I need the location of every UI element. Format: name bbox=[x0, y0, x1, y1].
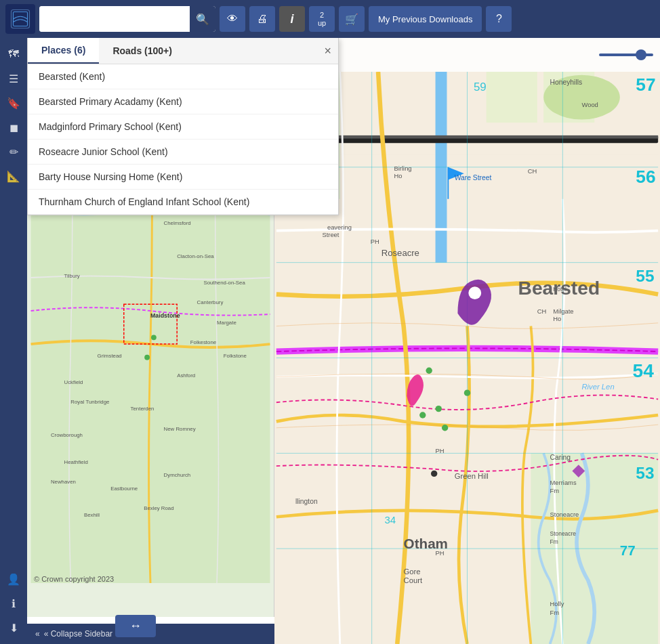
svg-text:54: 54 bbox=[633, 360, 655, 381]
sidebar-item-edit[interactable]: ✏ bbox=[3, 141, 24, 163]
cart-button[interactable]: 🛒 bbox=[339, 6, 365, 32]
svg-rect-0 bbox=[12, 10, 30, 28]
search-result-0[interactable]: Bearsted (Kent) bbox=[28, 64, 338, 89]
svg-text:Honeyhills: Honeyhills bbox=[550, 79, 583, 86]
svg-point-48 bbox=[468, 286, 481, 299]
svg-point-4 bbox=[151, 335, 157, 340]
sidebar-item-layers[interactable]: ☰ bbox=[3, 68, 24, 89]
svg-text:Dymchurch: Dymchurch bbox=[164, 472, 191, 478]
svg-rect-32 bbox=[487, 72, 537, 123]
search-result-3[interactable]: Roseacre Junior School (Kent) bbox=[28, 139, 338, 165]
svg-text:Clacton-on-Sea: Clacton-on-Sea bbox=[177, 253, 214, 259]
dropdown-close-button[interactable]: × bbox=[324, 44, 331, 58]
info-button[interactable]: i bbox=[279, 6, 305, 32]
sidebar-item-map[interactable]: 🗺 bbox=[3, 43, 24, 65]
tab-roads[interactable]: Roads (100+) bbox=[99, 38, 186, 64]
result-text-4: Barty House Nursing Home (Kent) bbox=[39, 171, 182, 182]
prev-downloads-label: My Previous Downloads bbox=[378, 14, 472, 24]
svg-text:Fm: Fm bbox=[550, 538, 558, 545]
svg-text:Milgate: Milgate bbox=[553, 308, 573, 315]
svg-point-54 bbox=[431, 471, 437, 477]
svg-text:Folkstone: Folkstone bbox=[224, 353, 247, 359]
svg-text:Bexhill: Bexhill bbox=[84, 512, 100, 518]
view-button[interactable]: 👁 bbox=[220, 6, 245, 32]
arrow-icon: ↔ bbox=[129, 619, 142, 632]
close-icon: × bbox=[324, 44, 331, 58]
map-arrow-button[interactable]: ↔ bbox=[115, 615, 156, 637]
svg-text:eavering: eavering bbox=[327, 224, 352, 231]
help-icon: ? bbox=[496, 13, 502, 25]
sidebar-item-info[interactable]: ℹ bbox=[3, 593, 24, 614]
svg-text:Stoneacre: Stoneacre bbox=[550, 511, 579, 518]
svg-text:Tilbury: Tilbury bbox=[64, 273, 80, 279]
svg-text:55: 55 bbox=[636, 267, 654, 285]
svg-text:Heathfield: Heathfield bbox=[64, 459, 88, 465]
sidebar-item-download[interactable]: ⬇ bbox=[3, 617, 24, 639]
svg-text:River Len: River Len bbox=[582, 383, 615, 391]
svg-text:llington: llington bbox=[295, 498, 318, 505]
svg-text:Stoneacre: Stoneacre bbox=[550, 530, 577, 537]
dropdown-tabs: Places (6) Roads (100+) × bbox=[28, 38, 338, 64]
cart-icon: 🛒 bbox=[345, 13, 358, 26]
search-input[interactable]: Bearsted bbox=[39, 6, 190, 32]
map-wrapper: LONDON Tilbury Clacton-on-Sea Chelmsford… bbox=[27, 38, 660, 644]
sidebar-item-measure[interactable]: 📐 bbox=[3, 165, 24, 187]
svg-text:Ware Street: Ware Street bbox=[455, 174, 492, 181]
svg-text:CH: CH bbox=[537, 308, 547, 315]
svg-text:Tenterden: Tenterden bbox=[131, 406, 154, 412]
svg-point-53 bbox=[419, 412, 426, 418]
collapse-label: « Collapse Sidebar bbox=[44, 629, 112, 639]
map-opacity-slider[interactable] bbox=[599, 53, 653, 56]
svg-text:Street: Street bbox=[322, 232, 339, 238]
svg-text:56: 56 bbox=[636, 167, 655, 187]
tab-places[interactable]: Places (6) bbox=[28, 38, 99, 64]
search-result-1[interactable]: Bearsted Primary Acadamy (Kent) bbox=[28, 89, 338, 114]
svg-text:Royal Tunbridge: Royal Tunbridge bbox=[70, 399, 109, 405]
main-content: 🗺 ☰ 🔖 ◼ ✏ 📐 👤 ℹ ⬇ bbox=[0, 38, 660, 644]
svg-text:Ho: Ho bbox=[394, 173, 403, 179]
svg-text:PH: PH bbox=[436, 550, 445, 557]
search-result-4[interactable]: Barty House Nursing Home (Kent) bbox=[28, 165, 338, 190]
svg-text:Canterbury: Canterbury bbox=[197, 299, 224, 305]
result-text-3: Roseacre Junior School (Kent) bbox=[39, 146, 168, 157]
sidebar-item-layers2[interactable]: ◼ bbox=[3, 116, 24, 138]
svg-point-51 bbox=[464, 389, 470, 395]
svg-text:Newhaven: Newhaven bbox=[51, 479, 76, 485]
svg-text:CH: CH bbox=[528, 168, 537, 175]
svg-text:PH: PH bbox=[371, 238, 379, 245]
sidebar: 🗺 ☰ 🔖 ◼ ✏ 📐 👤 ℹ ⬇ bbox=[0, 38, 27, 644]
svg-point-50 bbox=[436, 406, 442, 412]
svg-text:Bexley Road: Bexley Road bbox=[144, 505, 173, 511]
search-result-2[interactable]: Madginford Primary School (Kent) bbox=[28, 114, 338, 139]
svg-point-5 bbox=[144, 355, 150, 360]
result-text-0: Bearsted (Kent) bbox=[39, 71, 105, 82]
svg-text:Southend-on-Sea: Southend-on-Sea bbox=[203, 280, 245, 286]
print-button[interactable]: 🖨 bbox=[249, 6, 275, 32]
search-button[interactable]: 🔍 bbox=[190, 6, 215, 32]
zoom-button[interactable]: 2up bbox=[309, 6, 335, 32]
help-button[interactable]: ? bbox=[486, 6, 512, 32]
svg-text:Eastbourne: Eastbourne bbox=[110, 486, 138, 492]
prev-downloads-button[interactable]: My Previous Downloads bbox=[369, 6, 482, 32]
zoom-icon: 2up bbox=[318, 11, 326, 27]
collapse-icon: « bbox=[35, 629, 40, 639]
svg-text:Ho: Ho bbox=[553, 316, 561, 322]
svg-text:59: 59 bbox=[474, 81, 487, 93]
sidebar-item-bookmark[interactable]: 🔖 bbox=[3, 92, 24, 114]
svg-text:Hotel: Hotel bbox=[553, 286, 566, 293]
svg-text:Merriams: Merriams bbox=[550, 479, 577, 486]
search-result-5[interactable]: Thurnham Church of England Infant School… bbox=[28, 190, 338, 215]
result-text-1: Bearsted Primary Acadamy (Kent) bbox=[39, 96, 182, 107]
svg-text:Caring: Caring bbox=[550, 454, 571, 461]
svg-text:Green Hill: Green Hill bbox=[455, 472, 489, 480]
result-text-5: Thurnham Church of England Infant School… bbox=[39, 196, 249, 207]
tab-places-label: Places (6) bbox=[41, 45, 85, 56]
svg-text:Court: Court bbox=[404, 576, 423, 584]
svg-point-52 bbox=[442, 425, 448, 431]
svg-text:53: 53 bbox=[636, 464, 654, 482]
svg-point-49 bbox=[426, 368, 432, 374]
print-icon: 🖨 bbox=[257, 13, 268, 25]
result-text-2: Madginford Primary School (Kent) bbox=[39, 121, 182, 132]
svg-text:Birling: Birling bbox=[394, 165, 412, 172]
sidebar-item-profile[interactable]: 👤 bbox=[3, 568, 24, 590]
